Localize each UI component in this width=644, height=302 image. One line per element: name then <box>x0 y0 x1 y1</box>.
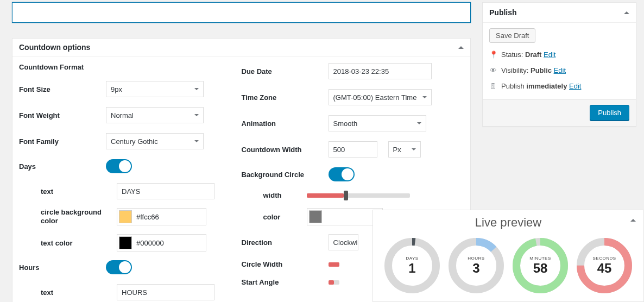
chevron-down-icon <box>194 88 199 90</box>
save-draft-button[interactable]: Save Draft <box>489 28 535 43</box>
days-textcolor-input[interactable]: #000000 <box>117 234 206 251</box>
countdown-circle: MINUTES58 <box>512 237 569 294</box>
preview-title: Live preview <box>475 216 541 230</box>
countdown-width-unit-select[interactable]: Px <box>388 141 421 158</box>
days-textcolor-label: text color <box>41 239 117 247</box>
circle-value: 45 <box>592 261 616 276</box>
circle-label: MINUTES <box>529 256 551 261</box>
animation-label: Animation <box>242 119 329 128</box>
calendar-icon: 🗓 <box>489 82 497 90</box>
font-family-select[interactable]: Century Gothic <box>106 133 204 149</box>
days-toggle[interactable] <box>106 159 132 173</box>
schedule-label: Publish <box>501 82 525 90</box>
circle-label: SECONDS <box>592 256 616 261</box>
bg-circle-toggle[interactable] <box>329 167 355 181</box>
timezone-select[interactable]: (GMT-05:00) Eastern Time <box>329 89 432 105</box>
pin-icon: 📍 <box>489 51 497 59</box>
countdown-width-input[interactable]: 500 <box>329 141 377 158</box>
direction-label: Direction <box>242 238 329 247</box>
schedule-value: immediately <box>526 82 567 90</box>
eye-icon: 👁 <box>489 66 497 74</box>
circle-value: 3 <box>468 261 484 276</box>
visibility-label: Visibility: <box>501 66 528 74</box>
hours-toggle[interactable] <box>106 260 132 274</box>
visibility-value: Public <box>531 66 552 74</box>
status-label: Status: <box>501 51 523 59</box>
collapse-icon[interactable] <box>624 11 629 14</box>
bg-circle-label: Background Circle <box>242 171 329 179</box>
font-size-label: Font Size <box>19 85 106 93</box>
days-text-label: text <box>41 187 117 196</box>
status-value: Draft <box>525 51 541 59</box>
chevron-down-icon <box>417 122 421 124</box>
days-bg-label: circle background color <box>41 208 117 225</box>
hours-text-label: text <box>41 288 117 297</box>
color-swatch <box>309 210 322 223</box>
countdown-circle: DAYS1 <box>384 237 440 294</box>
circle-value: 1 <box>406 261 418 276</box>
visibility-edit-link[interactable]: Edit <box>554 66 566 74</box>
publish-button[interactable]: Publish <box>590 105 629 121</box>
countdown-format-label: Countdown Format <box>19 63 106 71</box>
hours-text-input[interactable]: HOURS <box>117 284 214 300</box>
chevron-down-icon <box>412 148 416 150</box>
days-bg-color-input[interactable]: #ffcc66 <box>117 208 206 225</box>
start-angle-label: Start Angle <box>242 278 329 286</box>
font-weight-select[interactable]: Normal <box>106 107 204 123</box>
countdown-circle: HOURS3 <box>448 237 504 294</box>
title-input[interactable] <box>12 2 471 23</box>
bg-color-input[interactable] <box>307 208 383 225</box>
publish-title: Publish <box>489 8 517 17</box>
circle-width-slider[interactable] <box>329 262 339 267</box>
bg-color-label: color <box>242 213 307 221</box>
timezone-label: Time Zone <box>242 93 329 102</box>
live-preview-panel: Live preview DAYS1HOURS3MINUTES58SECONDS… <box>372 210 644 302</box>
days-label: Days <box>19 162 106 171</box>
collapse-icon[interactable] <box>630 219 636 222</box>
countdown-circle: SECONDS45 <box>576 237 633 294</box>
publish-box: Publish Save Draft 📍 Status: Draft Edit … <box>482 2 636 127</box>
due-date-label: Due Date <box>242 67 329 76</box>
circle-label: HOURS <box>468 256 484 261</box>
chevron-down-icon <box>194 114 199 116</box>
hours-label: Hours <box>19 263 106 272</box>
font-weight-label: Font Weight <box>19 111 106 119</box>
countdown-width-label: Countdown Width <box>242 146 329 154</box>
color-swatch <box>119 236 132 249</box>
font-family-label: Font Family <box>19 137 106 146</box>
chevron-down-icon <box>194 140 199 142</box>
font-size-select[interactable]: 9px <box>106 81 204 97</box>
schedule-edit-link[interactable]: Edit <box>569 82 581 90</box>
circle-width-label: Circle Width <box>242 260 329 268</box>
collapse-icon[interactable] <box>458 46 464 49</box>
days-text-input[interactable]: DAYS <box>117 183 214 199</box>
chevron-down-icon <box>422 96 427 98</box>
bg-width-slider[interactable] <box>307 193 410 198</box>
panel-title: Countdown options <box>19 43 90 52</box>
status-edit-link[interactable]: Edit <box>544 51 555 59</box>
due-date-input[interactable]: 2018-03-23 22:35 <box>329 63 432 79</box>
circle-label: DAYS <box>406 256 418 261</box>
bg-width-label: width <box>242 191 307 199</box>
direction-select[interactable]: Clockwi <box>329 234 358 250</box>
start-angle-slider[interactable] <box>329 280 339 285</box>
animation-select[interactable]: Smooth <box>329 115 426 131</box>
color-swatch <box>119 210 132 223</box>
circle-value: 58 <box>529 261 551 276</box>
